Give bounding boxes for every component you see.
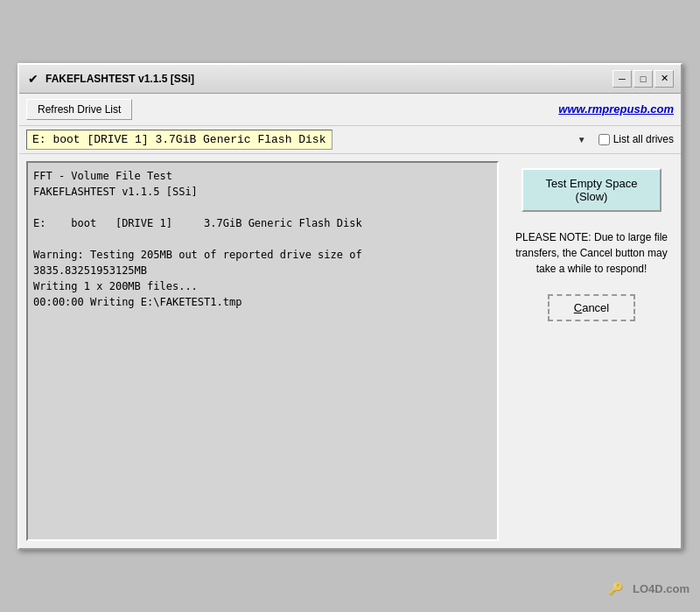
close-button[interactable]: ✕ (654, 70, 674, 88)
watermark-icon: 🔑 (603, 575, 629, 601)
website-link[interactable]: www.rmprepusb.com (558, 102, 674, 116)
list-all-label[interactable]: List all drives (598, 133, 674, 145)
log-panel: FFT - Volume File Test FAKEFLASHTEST v1.… (26, 161, 499, 541)
toolbar: Refresh Drive List www.rmprepusb.com (19, 94, 681, 126)
title-bar-controls: ─ □ ✕ (612, 70, 674, 88)
main-window: ✔ FAKEFLASHTEST v1.1.5 [SSi] ─ □ ✕ Refre… (18, 63, 682, 550)
maximize-button[interactable]: □ (634, 70, 653, 88)
cancel-underline: C (574, 301, 582, 314)
watermark: 🔑 LO4D.com (603, 575, 690, 601)
cancel-label-rest: ancel (582, 301, 609, 314)
drive-row: E: boot [DRIVE 1] 3.7GiB Generic Flash D… (19, 126, 681, 154)
list-all-text: List all drives (613, 133, 674, 145)
window-title: FAKEFLASHTEST v1.1.5 [SSi] (46, 73, 194, 85)
cancel-button[interactable]: Cancel (548, 294, 635, 321)
title-bar: ✔ FAKEFLASHTEST v1.1.5 [SSi] ─ □ ✕ (19, 65, 681, 94)
refresh-drive-button[interactable]: Refresh Drive List (26, 99, 132, 120)
note-text: PLEASE NOTE: Due to large file transfers… (509, 226, 674, 280)
drive-select[interactable]: E: boot [DRIVE 1] 3.7GiB Generic Flash D… (26, 130, 332, 150)
list-all-checkbox[interactable] (598, 134, 610, 145)
test-empty-space-button[interactable]: Test Empty Space (Slow) (522, 168, 662, 212)
minimize-button[interactable]: ─ (612, 70, 632, 88)
main-content: FFT - Volume File Test FAKEFLASHTEST v1.… (19, 154, 681, 548)
log-text: FFT - Volume File Test FAKEFLASHTEST v1.… (33, 168, 492, 310)
drive-select-wrapper: E: boot [DRIVE 1] 3.7GiB Generic Flash D… (26, 130, 592, 150)
right-panel: Test Empty Space (Slow) PLEASE NOTE: Due… (499, 161, 674, 541)
app-icon: ✔ (26, 72, 40, 86)
title-bar-left: ✔ FAKEFLASHTEST v1.1.5 [SSi] (26, 72, 194, 86)
watermark-text: LO4D.com (633, 582, 690, 595)
